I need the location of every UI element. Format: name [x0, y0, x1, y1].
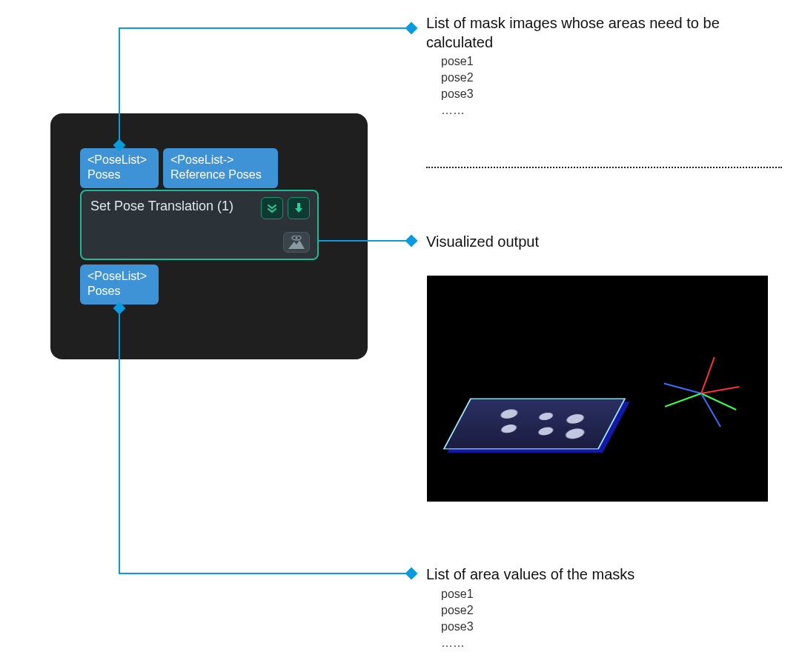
- axis-line-icon: [665, 393, 702, 407]
- connector-endpoint-icon: [405, 568, 418, 580]
- connector-line: [119, 307, 120, 574]
- list-item: ……: [441, 636, 465, 650]
- axes-widget: [701, 393, 702, 393]
- list-item: pose1: [441, 588, 474, 601]
- list-item: pose2: [441, 604, 474, 617]
- callout-middle-title: Visualized output: [426, 232, 539, 251]
- node-title: Set Pose Translation (1): [90, 199, 233, 214]
- axis-line-icon: [700, 357, 715, 394]
- list-item: pose3: [441, 87, 474, 101]
- callout-bottom-title: List of area values of the masks: [426, 565, 634, 584]
- port-name-label: Poses: [87, 167, 151, 182]
- input-port-reference-poses[interactable]: <PoseList-> Reference Poses: [163, 148, 278, 188]
- separator: [426, 167, 782, 168]
- axis-z-icon: [664, 383, 702, 394]
- connector-line: [319, 240, 408, 242]
- visualized-output-viewer: [427, 276, 768, 502]
- svg-point-2: [296, 237, 298, 239]
- list-item: pose2: [441, 71, 474, 84]
- list-item: pose1: [441, 55, 474, 68]
- port-name-label: Poses: [87, 284, 151, 299]
- port-name-label: Reference Poses: [170, 167, 271, 182]
- list-item: ……: [441, 104, 465, 117]
- port-type-label: <PoseList>: [87, 153, 151, 167]
- run-down-icon[interactable]: [288, 197, 310, 219]
- callout-top-title: List of mask images whose areas need to …: [426, 13, 789, 52]
- visualize-icon[interactable]: [283, 232, 310, 253]
- node-body[interactable]: Set Pose Translation (1): [80, 190, 319, 260]
- connector-line: [119, 28, 120, 147]
- connector-endpoint-icon: [405, 235, 418, 247]
- axis-x-icon: [701, 386, 740, 394]
- connector-line: [119, 27, 408, 29]
- connector-endpoint-icon: [405, 22, 418, 35]
- node-panel: <PoseList> Poses <PoseList-> Reference P…: [50, 113, 368, 359]
- port-type-label: <PoseList->: [170, 153, 271, 167]
- point-cloud-tray: [443, 399, 626, 450]
- output-port-poses[interactable]: <PoseList> Poses: [80, 265, 159, 305]
- input-port-poses[interactable]: <PoseList> Poses: [80, 148, 159, 188]
- connector-line: [119, 573, 408, 574]
- svg-rect-0: [297, 203, 300, 209]
- list-item: pose3: [441, 620, 474, 633]
- port-type-label: <PoseList>: [87, 269, 151, 284]
- expand-down-icon[interactable]: [261, 197, 283, 219]
